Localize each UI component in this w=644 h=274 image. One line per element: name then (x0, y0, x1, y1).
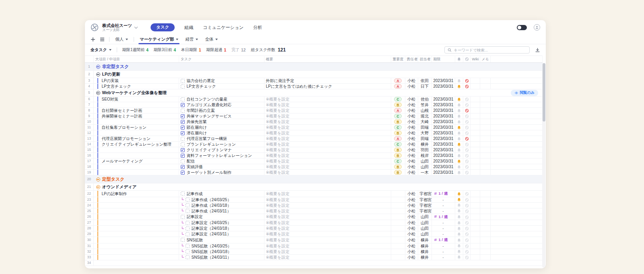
summary-cell[interactable]: ※概要を設定 (264, 191, 391, 197)
memo-cell[interactable] (480, 142, 490, 147)
memo-cell[interactable] (480, 197, 490, 202)
memo-cell[interactable] (480, 249, 490, 254)
owner-cell[interactable]: 小松 (405, 130, 418, 136)
task-title[interactable]: 記事作成（24/03/18） (192, 203, 231, 208)
assignee-cell[interactable]: 田端 (418, 136, 431, 142)
block-cell[interactable] (463, 97, 470, 102)
task-checkbox[interactable] (181, 120, 185, 124)
memo-cell[interactable] (480, 102, 490, 108)
assignee-cell[interactable]: 宇都宮 (418, 197, 431, 202)
owner-cell[interactable]: 小松 (405, 197, 418, 202)
bell-icon[interactable] (457, 192, 461, 196)
summary-cell[interactable]: ※概要を設定 (264, 249, 391, 254)
task-title[interactable]: 記事設定（24/03/25） (192, 220, 231, 225)
summary-cell[interactable]: ※概要を設定 (264, 130, 391, 136)
importance-badge[interactable]: A (394, 78, 401, 83)
assignee-cell[interactable]: 山田 (418, 214, 431, 220)
task-title[interactable]: SNS拡散（24/03/25） (192, 243, 232, 249)
summary-cell[interactable]: ※概要を設定 (264, 119, 391, 125)
block-icon[interactable] (465, 126, 469, 130)
bell-icon[interactable] (457, 97, 461, 102)
owner-cell[interactable]: 小松 (405, 108, 418, 113)
block-cell[interactable] (463, 102, 470, 108)
block-icon[interactable] (465, 232, 469, 236)
importance-cell[interactable] (391, 214, 405, 220)
bell-icon[interactable] (457, 84, 461, 89)
subtask-row[interactable]: 28記事設定（24/03/18）※概要を設定小松山田- (85, 226, 543, 231)
owner-cell[interactable]: 小松 (405, 220, 418, 226)
wiki-cell[interactable] (470, 191, 480, 197)
task-row[interactable]: 14クリエイティブレギュレーション整理ブランドレギュレーション※概要を設定C小松… (85, 142, 543, 147)
task-row[interactable]: 6SEO対策自社コンテンツの量産※概要を設定C小松佐伯2023/03/31 (85, 97, 543, 102)
bell-icon[interactable] (457, 255, 461, 260)
task-row[interactable]: 3LPの実装協力会社の選定外部に発注予定A小松依田2023/03/31 (85, 78, 543, 84)
bell-cell[interactable] (455, 214, 463, 220)
task-checkbox[interactable] (186, 255, 190, 259)
task-row[interactable]: 7アルゴリズム最適化対応※概要を設定B小松笠井2023/03/31 (85, 102, 543, 108)
importance-cell[interactable]: B (391, 164, 405, 170)
memo-cell[interactable] (480, 153, 490, 159)
block-icon[interactable] (465, 209, 469, 213)
task-checkbox[interactable] (181, 126, 185, 130)
owner-cell[interactable]: 小松 (405, 113, 418, 119)
importance-cell[interactable] (391, 243, 405, 249)
deadline-cell[interactable]: 1 / 週 (431, 191, 455, 197)
bell-cell[interactable] (455, 142, 463, 147)
collapse-icon[interactable] (96, 65, 100, 69)
bell-icon[interactable] (457, 209, 461, 213)
block-cell[interactable] (463, 164, 470, 170)
bell-icon[interactable] (457, 154, 461, 158)
owner-cell[interactable]: 小松 (405, 142, 418, 147)
bell-cell[interactable] (455, 78, 463, 84)
collapse-icon[interactable] (96, 72, 100, 76)
task-title[interactable]: SNS拡散 (187, 237, 203, 243)
task-title[interactable]: 共催マッチングサービス (187, 113, 232, 119)
assignee-cell[interactable]: 笠井 (418, 102, 431, 108)
filter-done[interactable]: 完了 12 (231, 47, 246, 53)
importance-badge[interactable]: C (394, 114, 401, 118)
bell-icon[interactable] (457, 103, 461, 107)
deadline-cell[interactable]: - (431, 220, 455, 226)
importance-badge[interactable]: B (394, 119, 401, 124)
bell-cell[interactable] (455, 231, 463, 237)
owner-cell[interactable]: 小松 (405, 136, 418, 142)
deadline-cell[interactable]: - (431, 249, 455, 254)
block-icon[interactable] (465, 192, 469, 196)
nav-tab-organization[interactable]: 組織 (184, 25, 193, 31)
wiki-cell[interactable] (470, 136, 480, 142)
summary-cell[interactable]: ※概要を設定 (264, 136, 391, 142)
task-checkbox[interactable] (181, 97, 185, 101)
deadline-cell[interactable]: - (431, 254, 455, 260)
task-title[interactable]: 代理店営業フロー構築 (187, 136, 227, 141)
block-cell[interactable] (463, 147, 470, 153)
assignee-cell[interactable]: 横井 (418, 254, 431, 260)
importance-cell[interactable]: B (391, 102, 405, 108)
bell-cell[interactable] (455, 119, 463, 125)
owner-cell[interactable]: 小松 (405, 164, 418, 170)
task-checkbox[interactable] (181, 165, 185, 169)
bell-cell[interactable] (455, 197, 463, 202)
summary-cell[interactable]: 外部に発注予定 (264, 78, 391, 84)
bell-cell[interactable] (455, 159, 463, 164)
subtask-row[interactable]: 24記事作成（24/03/18）※概要を設定小松宇都宮- (85, 202, 543, 208)
memo-cell[interactable] (480, 130, 490, 136)
memo-cell[interactable] (480, 108, 490, 113)
task-row[interactable]: 19ターゲット別メール制作※概要を設定B小松一木2023/03/31 (85, 170, 543, 175)
bell-cell[interactable] (455, 191, 463, 197)
summary-cell[interactable]: ※概要を設定 (264, 254, 391, 260)
block-icon[interactable] (465, 142, 469, 146)
importance-cell[interactable]: C (391, 142, 405, 147)
importance-cell[interactable] (391, 237, 405, 243)
bell-cell[interactable] (455, 237, 463, 243)
repeat-badge[interactable]: 1 / 週 (433, 237, 448, 242)
bell-icon[interactable] (457, 232, 461, 237)
summary-cell[interactable]: ※概要を設定 (264, 147, 391, 153)
summary-cell[interactable]: ※概要を設定 (264, 159, 391, 164)
group-row[interactable]: 2LPの更新 (85, 71, 543, 78)
bell-cell[interactable] (455, 147, 463, 153)
importance-badge[interactable]: C (394, 159, 401, 163)
wiki-cell[interactable] (470, 119, 480, 125)
task-title[interactable]: アルゴリズム最適化対応 (187, 102, 231, 107)
summary-cell[interactable]: LPに文言を当てはめた後にチェック (264, 84, 391, 89)
block-cell[interactable] (463, 220, 470, 226)
